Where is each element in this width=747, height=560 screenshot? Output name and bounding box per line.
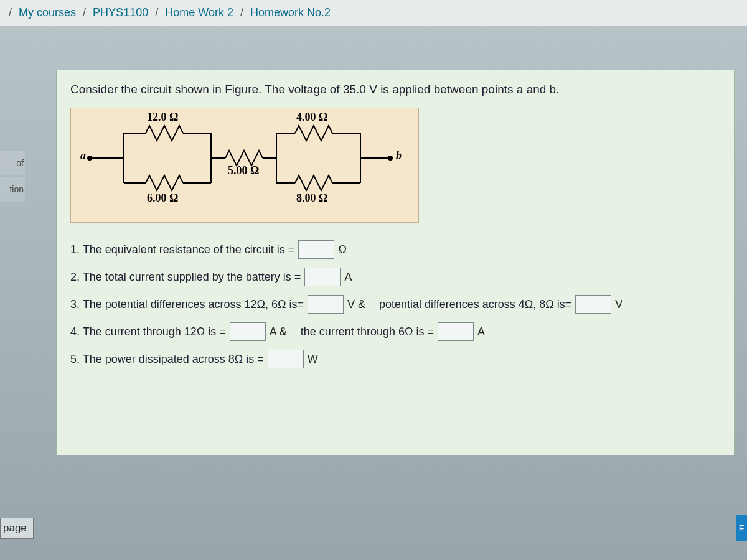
question-3: 3. The potential differences across 12Ω,… <box>70 295 720 314</box>
question-prompt: Consider the circuit shown in Figure. Th… <box>70 83 720 96</box>
q4-unit-a: A & <box>270 325 287 338</box>
q4-unit-b: A <box>477 325 485 338</box>
q5-unit: W <box>308 353 318 366</box>
svg-point-0 <box>88 156 92 160</box>
q3-unit-b: V <box>615 298 622 311</box>
resistor-label-r3: 5.00 Ω <box>228 164 259 177</box>
breadcrumb-item[interactable]: Homework No.2 <box>250 6 331 19</box>
question-2: 2. The total current supplied by the bat… <box>70 268 720 286</box>
q1-input[interactable] <box>298 240 334 259</box>
resistor-label-r4: 6.00 Ω <box>147 192 178 205</box>
sidebar-tion: tion <box>0 177 25 202</box>
node-a-label: a <box>80 149 86 162</box>
question-panel: Consider the circuit shown in Figure. Th… <box>56 70 735 455</box>
circuit-diagram: 12.0 Ω 4.00 Ω 5.00 Ω 6.00 Ω 8.00 Ω a b <box>70 108 419 223</box>
breadcrumb-sep: / <box>240 6 243 19</box>
q4-input-b[interactable] <box>438 322 474 341</box>
breadcrumb-course[interactable]: PHYS1100 <box>93 6 148 19</box>
q1-text: 1. The equivalent resistance of the circ… <box>70 243 294 256</box>
sidebar-of: of <box>0 151 25 175</box>
breadcrumb-sep: / <box>155 6 158 19</box>
breadcrumb-my-courses[interactable]: My courses <box>19 6 76 19</box>
q3-unit-a: V & <box>347 298 365 311</box>
breadcrumb-sep: / <box>83 6 86 19</box>
q4-text-a: 4. The current through 12Ω is = <box>70 325 226 338</box>
resistor-label-r1: 12.0 Ω <box>147 111 178 124</box>
question-1: 1. The equivalent resistance of the circ… <box>70 240 720 259</box>
breadcrumb-section[interactable]: Home Work 2 <box>165 6 233 19</box>
sidebar-fragment: of tion <box>0 151 25 203</box>
q3-text-b: potential differences across 4Ω, 8Ω is= <box>379 298 571 311</box>
q2-unit: A <box>344 271 352 284</box>
breadcrumb: / My courses / PHYS1100 / Home Work 2 / … <box>0 0 747 26</box>
q1-unit: Ω <box>338 243 346 256</box>
q2-input[interactable] <box>304 268 341 286</box>
q5-input[interactable] <box>268 350 304 368</box>
q4-input-a[interactable] <box>230 322 266 341</box>
breadcrumb-sep: / <box>9 6 12 19</box>
svg-point-17 <box>388 156 392 160</box>
question-4: 4. The current through 12Ω is = A & the … <box>70 322 720 341</box>
page-button[interactable]: page <box>0 518 34 539</box>
node-b-label: b <box>396 149 402 162</box>
q3-input-b[interactable] <box>575 295 611 314</box>
q2-text: 2. The total current supplied by the bat… <box>70 271 301 284</box>
resistor-label-r2: 4.00 Ω <box>296 111 327 124</box>
q3-text-a: 3. The potential differences across 12Ω,… <box>70 298 304 311</box>
q4-text-b: the current through 6Ω is = <box>301 325 434 338</box>
resistor-label-r5: 8.00 Ω <box>296 192 327 205</box>
q3-input-a[interactable] <box>308 295 344 314</box>
side-tab-button[interactable]: F <box>736 515 747 541</box>
question-5: 5. The power dissipated across 8Ω is = W <box>70 350 720 368</box>
q5-text: 5. The power dissipated across 8Ω is = <box>70 353 264 366</box>
